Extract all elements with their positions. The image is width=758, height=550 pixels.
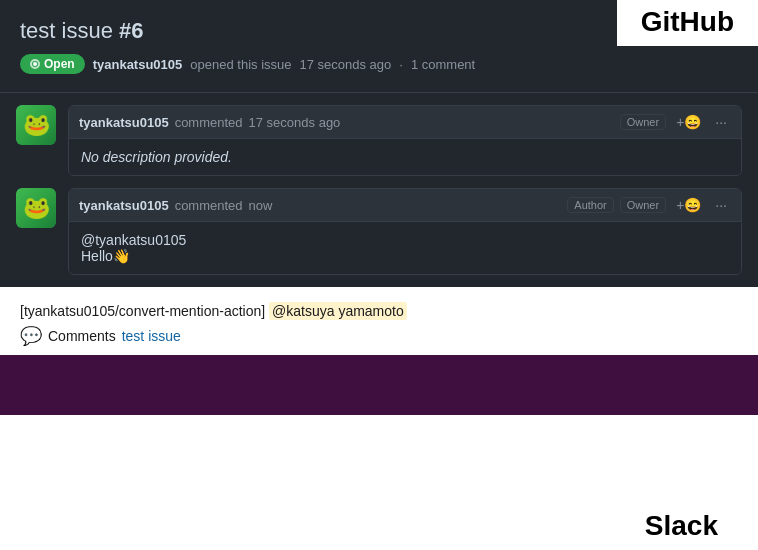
comment-bubble-2: tyankatsu0105 commented now Author Owner…: [68, 188, 742, 275]
comment-header-left-1: tyankatsu0105 commented 17 seconds ago: [79, 115, 340, 130]
slack-message: [tyankatsu0105/convert-mention-action] @…: [0, 287, 758, 355]
emoji-button-2[interactable]: +😄: [672, 195, 705, 215]
comment-time-1: 17 seconds ago: [249, 115, 341, 130]
github-panel: GitHub test issue #6 Open tyankatsu0105 …: [0, 0, 758, 287]
issue-title-text: test issue: [20, 18, 119, 43]
issue-number: #6: [119, 18, 143, 43]
slack-label: Slack: [645, 510, 718, 542]
comment-username-1[interactable]: tyankatsu0105: [79, 115, 169, 130]
more-button-2[interactable]: ···: [711, 195, 731, 215]
issue-link[interactable]: test issue: [122, 328, 181, 344]
bubble-icon: 💬: [20, 325, 42, 347]
comment-action-1: commented: [175, 115, 243, 130]
meta-time: 17 seconds ago: [299, 57, 391, 72]
avatar-2: 🐸: [16, 188, 56, 228]
slack-mention: @katsuya yamamoto: [269, 302, 407, 320]
github-label: GitHub: [617, 0, 758, 46]
more-button-1[interactable]: ···: [711, 112, 731, 132]
comments-area: 🐸 tyankatsu0105 commented 17 seconds ago…: [0, 93, 758, 287]
author-badge-2: Author: [567, 197, 613, 213]
meta-action: opened this issue: [190, 57, 291, 72]
comment-header-right-2: Author Owner +😄 ···: [567, 195, 731, 215]
owner-badge-1: Owner: [620, 114, 666, 130]
slack-comments-line: 💬 Comments test issue: [20, 325, 738, 347]
comment-line-2: Hello👋: [81, 248, 729, 264]
slack-repo-line: [tyankatsu0105/convert-mention-action] @…: [20, 303, 738, 319]
comment-card-1: 🐸 tyankatsu0105 commented 17 seconds ago…: [16, 105, 742, 176]
meta-comments: 1 comment: [411, 57, 475, 72]
avatar-img-1: 🐸: [16, 105, 56, 145]
comment-body-2: @tyankatsu0105 Hello👋: [69, 222, 741, 274]
open-badge-icon: [30, 59, 40, 69]
comment-body-1: No description provided.: [69, 139, 741, 175]
comment-card-2: 🐸 tyankatsu0105 commented now Author Own…: [16, 188, 742, 275]
comments-label: Comments: [48, 328, 116, 344]
comment-line-1: @tyankatsu0105: [81, 232, 729, 248]
avatar-img-2: 🐸: [16, 188, 56, 228]
slack-bottom-bar: [0, 355, 758, 415]
comment-header-left-2: tyankatsu0105 commented now: [79, 198, 272, 213]
comment-time-2: now: [249, 198, 273, 213]
avatar-1: 🐸: [16, 105, 56, 145]
meta-separator: ·: [399, 57, 403, 72]
issue-meta: Open tyankatsu0105 opened this issue 17 …: [20, 54, 738, 74]
meta-author: tyankatsu0105: [93, 57, 183, 72]
emoji-button-1[interactable]: +😄: [672, 112, 705, 132]
comment-header-1: tyankatsu0105 commented 17 seconds ago O…: [69, 106, 741, 139]
comment-header-right-1: Owner +😄 ···: [620, 112, 731, 132]
comment-username-2[interactable]: tyankatsu0105: [79, 198, 169, 213]
slack-panel: [tyankatsu0105/convert-mention-action] @…: [0, 287, 758, 550]
comment-action-2: commented: [175, 198, 243, 213]
comment-header-2: tyankatsu0105 commented now Author Owner…: [69, 189, 741, 222]
open-badge: Open: [20, 54, 85, 74]
comment-text-1: No description provided.: [81, 149, 232, 165]
comment-bubble-1: tyankatsu0105 commented 17 seconds ago O…: [68, 105, 742, 176]
repo-text: [tyankatsu0105/convert-mention-action]: [20, 303, 265, 319]
owner-badge-2: Owner: [620, 197, 666, 213]
